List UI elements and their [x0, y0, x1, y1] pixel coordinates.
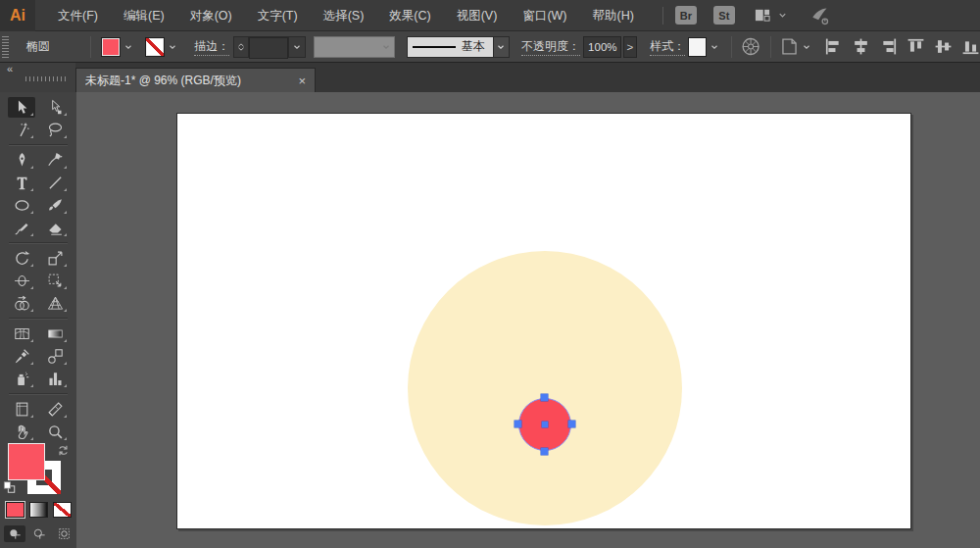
pen-tool[interactable] [8, 150, 35, 171]
eraser-tool[interactable] [41, 218, 69, 238]
menu-item-6[interactable]: 视图(V) [444, 0, 511, 31]
scale-tool[interactable] [41, 248, 69, 269]
opacity-more-button[interactable]: > [623, 36, 637, 58]
pencil-tool[interactable] [8, 218, 35, 238]
document-setup-control[interactable] [779, 36, 814, 57]
menu-item-4[interactable]: 选择(S) [311, 0, 377, 31]
fill-stroke-indicator [0, 441, 76, 502]
align-v-center-button[interactable] [934, 37, 953, 56]
eyedropper-tool[interactable] [8, 346, 35, 367]
default-fill-stroke-icon[interactable] [2, 480, 17, 494]
stroke-color-dropdown[interactable] [165, 37, 179, 57]
column-graph-tool[interactable] [41, 369, 69, 389]
lasso-tool[interactable] [41, 120, 69, 140]
align-left-button[interactable] [824, 37, 843, 56]
menu-item-5[interactable]: 效果(C) [376, 0, 443, 31]
bridge-button[interactable]: Br [675, 6, 697, 25]
menu-item-7[interactable]: 窗口(W) [510, 0, 579, 31]
separator [90, 36, 91, 58]
color-button[interactable] [6, 502, 24, 518]
recolor-artwork-icon[interactable] [741, 36, 760, 57]
anchor-point-right[interactable] [568, 421, 575, 427]
stroke-weight-dropdown[interactable] [288, 37, 305, 57]
menu-item-2[interactable]: 对象(O) [177, 0, 245, 31]
panel-grip[interactable] [2, 36, 9, 58]
toolbar-separator [9, 144, 68, 146]
collapse-panel-button[interactable]: « [7, 63, 13, 75]
artboard-tool[interactable] [8, 399, 35, 420]
width-tool[interactable] [8, 271, 35, 291]
align-right-button[interactable] [879, 37, 898, 56]
width-profile-dropdown [314, 36, 395, 58]
perspective-grid-tool[interactable] [41, 293, 69, 314]
menu-item-0[interactable]: 文件(F) [45, 0, 111, 31]
align-h-center-button[interactable] [852, 37, 870, 56]
selection-tool[interactable] [8, 97, 35, 118]
ellipse-tool[interactable] [8, 195, 35, 216]
align-top-button[interactable] [906, 37, 925, 56]
draw-inside-button[interactable] [53, 525, 74, 542]
drawing-mode-buttons [4, 525, 74, 542]
zoom-tool[interactable] [41, 422, 69, 442]
separator [770, 36, 771, 58]
none-button[interactable] [53, 502, 72, 518]
close-tab-icon[interactable]: × [298, 74, 306, 88]
hand-tool[interactable] [8, 422, 35, 442]
graphic-style-swatch[interactable] [688, 37, 707, 57]
center-point[interactable] [542, 422, 548, 427]
free-transform-tool[interactable] [41, 271, 69, 291]
brush-definition-field[interactable]: 基本 [407, 36, 494, 58]
fill-indicator[interactable] [8, 443, 45, 480]
anchor-point-top[interactable] [541, 394, 548, 401]
cs-live-icon[interactable] [808, 6, 831, 25]
swap-fill-stroke-icon[interactable] [56, 443, 71, 458]
draw-behind-button[interactable] [28, 525, 50, 542]
selected-red-ellipse-shape[interactable] [518, 398, 571, 451]
type-tool[interactable] [8, 173, 35, 193]
rotate-tool[interactable] [8, 248, 35, 269]
slice-tool[interactable] [41, 399, 69, 420]
document-setup-icon [779, 36, 800, 57]
cream-ellipse-shape[interactable] [408, 251, 682, 525]
opacity-panel-link[interactable]: 不透明度： [521, 38, 580, 56]
paintbrush-tool[interactable] [41, 195, 69, 216]
style-panel-link[interactable]: 样式： [650, 38, 685, 56]
rotate-tool-icon [14, 250, 30, 267]
stock-button[interactable]: St [713, 6, 735, 25]
canvas-pasteboard[interactable] [76, 92, 980, 548]
shape-builder-tool-icon [14, 295, 30, 312]
curvature-tool[interactable] [41, 150, 69, 171]
document-tab[interactable]: 未标题-1* @ 96% (RGB/预览) × [75, 68, 316, 92]
direct-selection-tool[interactable] [41, 97, 69, 118]
mesh-tool[interactable] [8, 324, 35, 344]
stroke-panel-link[interactable]: 描边： [194, 38, 229, 56]
chevron-down-icon[interactable] [777, 10, 788, 21]
menu-item-8[interactable]: 帮助(H) [580, 0, 647, 31]
workspace-switcher-icon[interactable] [752, 7, 773, 24]
menu-item-3[interactable]: 文字(T) [245, 0, 311, 31]
line-segment-tool[interactable] [41, 173, 69, 193]
panel-grip[interactable] [25, 76, 69, 81]
magic-wand-tool[interactable] [8, 120, 35, 140]
fill-color-swatch[interactable] [101, 37, 121, 57]
draw-normal-button[interactable] [4, 525, 25, 542]
brush-definition-dropdown[interactable] [494, 36, 510, 58]
stroke-color-swatch[interactable] [145, 37, 165, 57]
shape-builder-tool[interactable] [8, 293, 35, 314]
fill-color-dropdown[interactable] [121, 37, 135, 57]
gradient-tool[interactable] [41, 324, 69, 344]
menu-item-1[interactable]: 编辑(E) [111, 0, 177, 31]
align-bottom-button[interactable] [961, 37, 980, 56]
artboard[interactable] [176, 113, 911, 529]
opacity-input[interactable]: 100% [583, 36, 621, 58]
eraser-tool-icon [47, 220, 64, 236]
blend-tool[interactable] [41, 346, 69, 367]
symbol-sprayer-tool[interactable] [8, 369, 35, 389]
stroke-weight-input[interactable] [249, 37, 288, 59]
gradient-button[interactable] [29, 502, 48, 518]
anchor-point-bottom[interactable] [541, 448, 548, 455]
stroke-weight-stepper[interactable] [234, 37, 249, 57]
graphic-style-dropdown[interactable] [707, 37, 720, 57]
gradient-tool-icon [47, 325, 64, 342]
anchor-point-left[interactable] [514, 421, 521, 427]
